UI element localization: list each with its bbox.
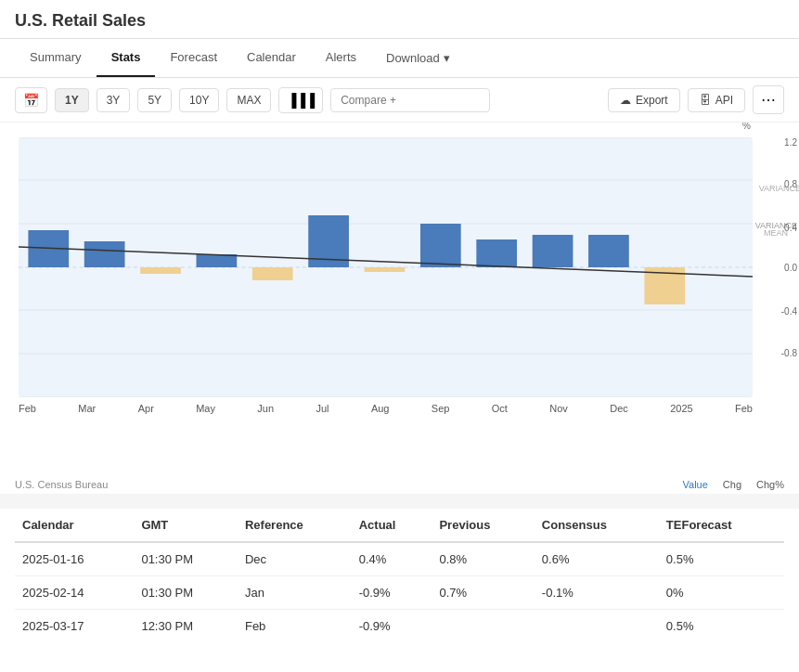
period-10y-button[interactable]: 10Y [179, 88, 219, 112]
chart-container: % 1.2 0.8 VARIANCE 0.4 0.0 -0.4 -0.8 VAR… [0, 123, 799, 475]
col-header-gmt: GMT [134, 509, 238, 542]
x-label-jun: Jun [257, 403, 274, 414]
x-label-aug: Aug [371, 403, 390, 414]
table-row[interactable]: 2025-02-1401:30 PMJan-0.9%0.7%-0.1%0% [15, 576, 784, 610]
compare-input[interactable] [330, 88, 490, 112]
bar-jun [252, 267, 293, 280]
data-table: Calendar GMT Reference Actual Previous C… [15, 509, 784, 642]
cell-row2-col6: 0.5% [659, 610, 784, 643]
tab-calendar[interactable]: Calendar [232, 39, 311, 77]
tab-bar: Summary Stats Forecast Calendar Alerts D… [0, 39, 799, 78]
period-1y-button[interactable]: 1Y [55, 88, 89, 112]
table-row[interactable]: 2025-01-1601:30 PMDec0.4%0.8%0.6%0.5% [15, 542, 784, 576]
cell-row1-col3: -0.9% [352, 576, 432, 610]
x-label-apr: Apr [138, 403, 154, 414]
section-divider [0, 494, 799, 509]
table-header-row: Calendar GMT Reference Actual Previous C… [15, 509, 784, 542]
footer-value-link[interactable]: Value [683, 479, 708, 490]
tab-alerts[interactable]: Alerts [311, 39, 371, 77]
cell-row0-col4: 0.8% [432, 542, 534, 576]
cell-row1-col5: -0.1% [535, 576, 659, 610]
bar-oct [476, 239, 517, 267]
tab-forecast[interactable]: Forecast [155, 39, 232, 77]
chart-footer-right: Value Chg Chg% [683, 479, 784, 490]
y-axis-ticks: 1.2 0.8 VARIANCE 0.4 0.0 -0.4 -0.8 [753, 137, 799, 397]
cell-row0-col2: Dec [238, 542, 352, 576]
chart-footer: U.S. Census Bureau Value Chg Chg% [0, 475, 799, 494]
chart-svg [19, 137, 753, 397]
col-header-consensus: Consensus [535, 509, 659, 542]
cell-row1-col0: 2025-02-14 [15, 576, 134, 610]
cell-row2-col5 [535, 610, 659, 643]
y-axis-label: % [742, 123, 751, 131]
mean-label: MEAN [764, 228, 788, 238]
chart-type-button[interactable]: ▐▐▐ [278, 87, 323, 113]
cell-row1-col2: Jan [238, 576, 352, 610]
page-title: U.S. Retail Sales [0, 0, 799, 39]
x-label-feb2: Feb [735, 403, 753, 414]
col-header-actual: Actual [352, 509, 432, 542]
chart-source: U.S. Census Bureau [15, 479, 108, 490]
cell-row0-col5: 0.6% [535, 542, 659, 576]
cell-row0-col1: 01:30 PM [134, 542, 238, 576]
cell-row2-col3: -0.9% [352, 610, 432, 643]
cell-row0-col0: 2025-01-16 [15, 542, 134, 576]
more-button[interactable]: ⋯ [753, 85, 784, 114]
variance-label: VARIANCE [759, 184, 799, 193]
col-header-teforecast: TEForecast [659, 509, 784, 542]
col-header-calendar: Calendar [15, 509, 134, 542]
bar-may [197, 254, 238, 267]
cell-row0-col6: 0.5% [659, 542, 784, 576]
footer-chgpct-link[interactable]: Chg% [756, 479, 784, 490]
bar-aug [365, 267, 406, 272]
x-label-oct: Oct [492, 403, 508, 414]
tab-stats[interactable]: Stats [97, 39, 156, 77]
cell-row0-col3: 0.4% [352, 542, 432, 576]
toolbar: 📅 1Y 3Y 5Y 10Y MAX ▐▐▐ ☁ Export 🗄 API ⋯ [0, 78, 799, 123]
export-button[interactable]: ☁ Export [608, 88, 680, 112]
cell-row2-col1: 12:30 PM [134, 610, 238, 643]
period-max-button[interactable]: MAX [226, 88, 271, 112]
x-label-sep: Sep [432, 403, 450, 414]
cell-row2-col2: Feb [238, 610, 352, 643]
cell-row2-col0: 2025-03-17 [15, 610, 134, 643]
cell-row1-col4: 0.7% [432, 576, 534, 610]
bar-chart-icon: ▐▐▐ [287, 93, 315, 108]
col-header-previous: Previous [432, 509, 534, 542]
x-label-jul: Jul [316, 403, 329, 414]
chevron-down-icon: ▾ [444, 51, 450, 65]
bar-sep [420, 224, 461, 267]
cell-row1-col1: 01:30 PM [134, 576, 238, 610]
tab-summary[interactable]: Summary [15, 39, 97, 77]
x-label-dec: Dec [610, 403, 628, 414]
bar-apr [140, 267, 181, 274]
trend-line [19, 247, 753, 277]
x-label-nov: Nov [549, 403, 568, 414]
api-button[interactable]: 🗄 API [688, 88, 745, 112]
date-picker-button[interactable]: 📅 [15, 87, 47, 113]
x-label-may: May [196, 403, 215, 414]
cell-row2-col4 [432, 610, 534, 643]
database-icon: 🗄 [700, 94, 711, 107]
x-axis: Feb Mar Apr May Jun Jul Aug Sep Oct Nov … [19, 397, 753, 414]
x-label-2025: 2025 [670, 403, 692, 414]
tab-download[interactable]: Download ▾ [371, 40, 465, 76]
x-label-feb: Feb [19, 403, 36, 414]
footer-chg-link[interactable]: Chg [723, 479, 741, 490]
table-body: 2025-01-1601:30 PMDec0.4%0.8%0.6%0.5%202… [15, 542, 784, 642]
bar-dec [588, 235, 629, 267]
bar-nov [533, 235, 573, 267]
bar-mar [84, 241, 125, 267]
period-3y-button[interactable]: 3Y [97, 88, 131, 112]
cloud-icon: ☁ [620, 94, 631, 107]
cell-row1-col6: 0% [659, 576, 784, 610]
x-label-mar: Mar [78, 403, 96, 414]
table-row[interactable]: 2025-03-1712:30 PMFeb-0.9%0.5% [15, 610, 784, 643]
table-section: Calendar GMT Reference Actual Previous C… [0, 509, 799, 657]
period-5y-button[interactable]: 5Y [137, 88, 172, 112]
chart-area [19, 137, 753, 397]
col-header-reference: Reference [238, 509, 352, 542]
